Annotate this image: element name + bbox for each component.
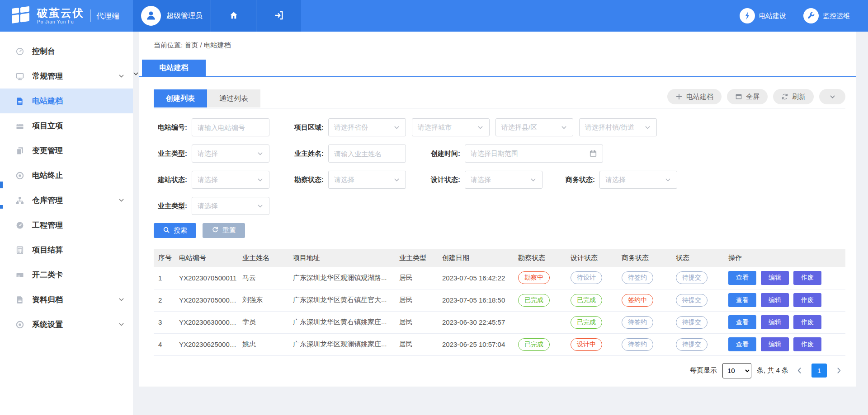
filter-label: 建站状态: — [154, 176, 192, 184]
header-nav-construction[interactable]: 电站建设 — [740, 8, 786, 23]
sidebar-item-3[interactable]: 项目立项 — [0, 113, 133, 138]
pagination: 每页显示 10 条, 共 4 条 1 — [154, 356, 845, 387]
home-button[interactable] — [211, 0, 256, 32]
logout-button[interactable] — [256, 0, 301, 32]
chevron-down-icon — [561, 124, 567, 131]
table-row: 2YX2023070500010刘强东广东深圳龙华区黄石镇星官大...居民202… — [154, 289, 845, 311]
owner-type: 居民 — [396, 289, 439, 311]
row-index: 4 — [154, 333, 176, 355]
survey-status-cell — [515, 311, 568, 333]
breadcrumb-items[interactable]: 首页 / 电站建档 — [184, 41, 231, 49]
search-button[interactable]: 搜索 — [154, 223, 196, 238]
void-button[interactable]: 作废 — [793, 315, 821, 329]
prev-page-button[interactable] — [794, 367, 805, 374]
user-band: 超级管理员 — [133, 0, 301, 32]
filter-date-range[interactable]: 请选择日期范围 — [465, 145, 603, 163]
filter-select[interactable]: 请选择 — [192, 171, 269, 189]
add-station-button[interactable]: 电站建档 — [667, 89, 722, 104]
filter-label: 勘察状态: — [269, 176, 328, 184]
filter-select-region-2[interactable]: 请选择县/区 — [495, 118, 573, 136]
avatar[interactable] — [141, 6, 161, 26]
station-no: YX2023070500010 — [176, 289, 240, 311]
row-index: 3 — [154, 311, 176, 333]
card-toolbar: 电站建档全屏刷新 — [667, 89, 845, 108]
sidebar-item-8[interactable]: 项目结算 — [0, 238, 133, 262]
filter-select[interactable]: 请选择 — [328, 171, 406, 189]
sidebar-item-4[interactable]: 变更管理 — [0, 138, 133, 163]
sidebar-item-11[interactable]: 系统设置 — [0, 312, 133, 337]
filter-input-field[interactable] — [334, 150, 400, 158]
filter-label: 业主类型: — [154, 149, 192, 158]
list-card: 创建列表通过列表 电站建档全屏刷新 电站编号:项目区域:请选择省份请选择城市请选… — [139, 77, 856, 387]
breadcrumb: 当前位置: 首页 / 电站建档 — [139, 32, 856, 50]
station-no: YX2023070500011 — [176, 267, 240, 289]
void-button[interactable]: 作废 — [793, 293, 821, 307]
next-page-button[interactable] — [833, 367, 844, 374]
filter-input-field[interactable] — [198, 124, 264, 131]
void-button[interactable]: 作废 — [793, 271, 821, 285]
edit-button[interactable]: 编辑 — [761, 315, 789, 329]
header-nav-monitoring[interactable]: 监控运维 — [803, 8, 850, 23]
filter-select[interactable]: 请选择 — [192, 197, 269, 215]
page-tab-dianzhanjiandang[interactable]: 电站建档 — [142, 60, 206, 76]
void-button[interactable]: 作废 — [793, 337, 821, 351]
actions-cell: 查看编辑作废 — [726, 289, 845, 311]
filter-select-region-1[interactable]: 请选择城市 — [412, 118, 490, 136]
table-header-5: 创建日期 — [439, 249, 515, 267]
status-status-cell: 待提交 — [673, 267, 726, 289]
filter-select-region-3[interactable]: 请选择村镇/街道 — [579, 118, 657, 136]
actions-cell: 查看编辑作废 — [726, 333, 845, 355]
edit-button[interactable]: 编辑 — [761, 337, 789, 351]
filter-select[interactable]: 请选择 — [192, 145, 269, 163]
status-badge: 已完成 — [571, 316, 602, 329]
file-icon — [15, 295, 24, 304]
sidebar-item-6[interactable]: 仓库管理 — [0, 188, 133, 213]
home-icon — [229, 10, 239, 22]
view-button[interactable]: 查看 — [728, 337, 756, 351]
table-header-0: 序号 — [154, 249, 176, 267]
sidebar-item-label: 工程管理 — [32, 220, 63, 230]
sidebar-item-10[interactable]: 资料归档 — [0, 287, 133, 312]
page-number-button[interactable]: 1 — [811, 364, 827, 378]
sidebar-item-label: 项目结算 — [32, 245, 63, 255]
view-button[interactable]: 查看 — [728, 315, 756, 329]
view-button[interactable]: 查看 — [728, 293, 756, 307]
filter-select[interactable]: 请选择 — [465, 171, 542, 189]
chevron-down-icon — [257, 150, 264, 157]
sidebar-item-2[interactable]: 电站建档 — [0, 89, 133, 113]
edit-button[interactable]: 编辑 — [761, 271, 789, 285]
tab-passed-list[interactable]: 通过列表 — [207, 89, 260, 107]
edit-button[interactable]: 编辑 — [761, 293, 789, 307]
sidebar-collapse-icon[interactable] — [132, 70, 139, 77]
filter-select[interactable]: 请选择 — [599, 171, 677, 189]
business-status-cell: 签约中 — [619, 289, 673, 311]
calculator-icon — [15, 246, 24, 255]
refresh-button[interactable]: 刷新 — [773, 89, 814, 104]
design-status-cell: 已完成 — [568, 311, 619, 333]
filter-select-region-0[interactable]: 请选择省份 — [328, 118, 406, 136]
sidebar-item-0[interactable]: 控制台 — [0, 39, 133, 64]
collapse-button[interactable] — [819, 89, 845, 104]
status-badge: 待提交 — [676, 271, 708, 284]
filter-row-2: 建站状态:请选择勘察状态:请选择设计状态:请选择商务状态:请选择 — [154, 171, 845, 189]
plus-icon — [675, 93, 683, 100]
logout-icon — [274, 10, 284, 22]
chevron-down-icon — [257, 203, 264, 210]
sidebar-item-7[interactable]: 工程管理 — [0, 213, 133, 238]
project-address: 广东深圳龙华区观澜镇姚家庄... — [290, 333, 396, 355]
view-button[interactable]: 查看 — [728, 271, 756, 285]
owner-name: 马云 — [240, 267, 290, 289]
person-icon — [145, 9, 157, 23]
owner-name: 学员 — [240, 311, 290, 333]
reset-button[interactable]: 重置 — [203, 223, 245, 238]
sidebar-item-1[interactable]: 常规管理 — [0, 64, 133, 89]
fullscreen-button[interactable]: 全屏 — [727, 89, 768, 104]
filter-label: 设计状态: — [406, 176, 465, 184]
table-header-6: 勘察状态 — [515, 249, 568, 267]
tab-create-list[interactable]: 创建列表 — [154, 89, 207, 107]
sidebar-item-5[interactable]: 电站终止 — [0, 163, 133, 188]
list-tabs: 创建列表通过列表 — [154, 89, 260, 107]
sidebar-item-9[interactable]: 开二类卡 — [0, 262, 133, 287]
user-profile[interactable]: 超级管理员 — [133, 0, 211, 32]
per-page-select[interactable]: 10 — [722, 363, 751, 378]
